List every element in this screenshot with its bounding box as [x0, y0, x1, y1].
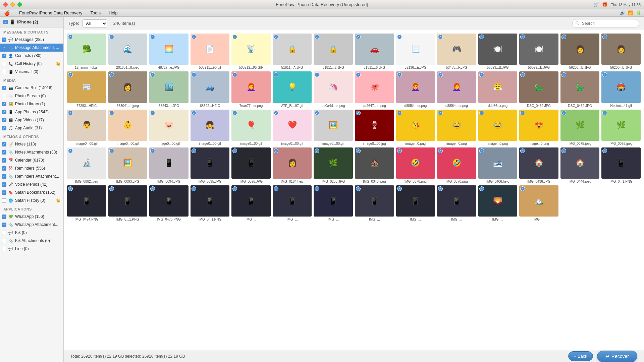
- photo-cell-28[interactable]: 🏟️ ✓ Heston...47.gif: [601, 71, 641, 107]
- photo-cell-61[interactable]: 📱 ✓ IMG_...: [231, 185, 271, 221]
- checkbox-safari-history[interactable]: [2, 198, 6, 203]
- photo-cell-17[interactable]: 🏙️ ✓ 68243...r.JPG: [149, 71, 189, 107]
- photo-cell-8[interactable]: 🚗 ✓ 51811...6.JPG: [355, 34, 394, 69]
- photo-thumb-50[interactable]: 🏚️ ✓: [355, 147, 394, 179]
- sidebar-item-app-photos[interactable]: 📱App Photos (2542): [0, 108, 63, 116]
- photo-check-23[interactable]: ✓: [397, 72, 402, 77]
- photo-thumb-63[interactable]: 📱 ✓: [314, 185, 353, 217]
- sidebar-item-notes[interactable]: 📝Notes (118): [0, 140, 63, 148]
- photo-cell-56[interactable]: 📱 ✓ IMG_0...1.PNG: [601, 147, 641, 183]
- photo-check-48[interactable]: ✓: [274, 148, 278, 153]
- photo-check-53[interactable]: ✓: [479, 148, 484, 153]
- checkbox-notes-attach[interactable]: [2, 150, 6, 155]
- photo-thumb-17[interactable]: 🏙️ ✓: [149, 71, 189, 103]
- sidebar-item-line[interactable]: 💬Line (0): [0, 245, 63, 253]
- photo-cell-20[interactable]: 💡 ✓ ATP_Bi...97.gif: [273, 71, 312, 107]
- photo-check-39[interactable]: ✓: [479, 111, 484, 115]
- checkbox-notes[interactable]: [2, 142, 6, 146]
- photo-check-38[interactable]: ✓: [438, 111, 443, 115]
- photo-thumb-20[interactable]: 💡 ✓: [273, 71, 312, 103]
- photo-cell-7[interactable]: 🔒 ✓ 51811...2.JPG: [314, 34, 353, 69]
- photo-thumb-36[interactable]: 🍷 ✓: [355, 110, 394, 141]
- photo-cell-35[interactable]: 🖼️ ✓ image0...00.gif: [314, 110, 353, 145]
- photo-cell-32[interactable]: 👧 ✓ image0...00.gif: [191, 110, 230, 145]
- photo-check-25[interactable]: ✓: [479, 72, 484, 77]
- sidebar-item-photo-stream[interactable]: ☁️Photo Stream (0): [0, 92, 63, 100]
- photo-thumb-39[interactable]: 😂 ✓: [478, 110, 518, 141]
- checkbox-calendar[interactable]: [2, 158, 6, 163]
- photo-check-20[interactable]: ✓: [274, 72, 278, 77]
- photo-thumb-54[interactable]: 🏠 ✓: [519, 147, 558, 179]
- photo-thumb-18[interactable]: 🚙 ✓: [191, 71, 230, 103]
- photo-check-18[interactable]: ✓: [192, 72, 196, 77]
- photo-cell-64[interactable]: 📱 ✓ IMG_...: [355, 185, 394, 221]
- photo-check-44[interactable]: ✓: [109, 148, 114, 153]
- photo-cell-34[interactable]: ❤️ ✓ image0...00.gif: [273, 110, 312, 145]
- photo-cell-42[interactable]: 🌿 ✓ IMG_0075.jpeg: [601, 110, 641, 145]
- photo-check-9[interactable]: ✓: [397, 35, 402, 39]
- checkbox-app-videos[interactable]: [2, 118, 6, 122]
- photo-check-33[interactable]: ✓: [232, 111, 237, 115]
- photo-thumb-26[interactable]: 🦕 ✓: [519, 71, 558, 103]
- photo-cell-1[interactable]: 🥦 ✓ 12_anim...ful.gif: [67, 34, 106, 69]
- photo-check-16[interactable]: ✓: [109, 72, 114, 77]
- photo-thumb-4[interactable]: 📄 ✓: [191, 34, 230, 65]
- photo-check-32[interactable]: ✓: [192, 111, 196, 115]
- photo-cell-5[interactable]: 📡 ✓ 505212...95.GIF: [231, 34, 271, 69]
- photo-cell-68[interactable]: 🏔️ ✓ IMG_...: [519, 185, 558, 221]
- photo-thumb-38[interactable]: 😂 ✓: [437, 110, 476, 141]
- photo-cell-40[interactable]: 😍 ✓ image...0.png: [519, 110, 558, 145]
- photo-thumb-2[interactable]: 🌊 ✓: [108, 34, 148, 65]
- photo-thumb-22[interactable]: 🐙 ✓: [355, 71, 394, 103]
- photo-cell-49[interactable]: 🌿 ✓ IMG_0235.JPG: [314, 147, 353, 183]
- photo-cell-63[interactable]: 📱 ✓ IMG_...: [314, 185, 353, 221]
- photo-check-2[interactable]: ✓: [109, 35, 114, 39]
- photo-thumb-16[interactable]: 👩 ✓: [108, 71, 148, 103]
- back-button[interactable]: « Back: [568, 351, 593, 361]
- photo-check-40[interactable]: ✓: [520, 111, 525, 115]
- photo-cell-47[interactable]: 📱 ✓ IMG_0096.JPG: [231, 147, 271, 183]
- photo-cell-45[interactable]: 📱 ✓ IMG_0094.JPG: [149, 147, 189, 183]
- photo-thumb-9[interactable]: 📃 ✓: [396, 34, 435, 65]
- photo-thumb-44[interactable]: 🖼️ ✓: [108, 147, 148, 179]
- sidebar-item-notes-attach[interactable]: 📎Notes Attachments (33): [0, 148, 63, 156]
- help-menu[interactable]: Help: [107, 10, 119, 15]
- photo-cell-62[interactable]: 📱 ✓ IMG_...: [273, 185, 312, 221]
- search-input[interactable]: [572, 19, 639, 28]
- photo-cell-11[interactable]: 🍽️ ✓ 56029...B.JPG: [478, 34, 518, 69]
- sidebar-item-app-audio[interactable]: 🎵App Audio (31): [0, 124, 63, 132]
- photo-thumb-47[interactable]: 📱 ✓: [231, 147, 271, 179]
- checkbox-whatsapp-attach[interactable]: [2, 223, 6, 227]
- photo-thumb-19[interactable]: 👩‍🦰 ✓: [231, 71, 271, 103]
- minimize-button[interactable]: [10, 2, 15, 7]
- photo-cell-51[interactable]: 🤣 ✓ IMG_0370.png: [396, 147, 435, 183]
- photo-thumb-23[interactable]: 👩‍🦰 ✓: [396, 71, 435, 103]
- photo-cell-50[interactable]: 🏚️ ✓ IMG_0343.jpeg: [355, 147, 394, 183]
- checkbox-call-history[interactable]: [2, 62, 6, 66]
- photo-cell-3[interactable]: 🌅 ✓ 48727...e.JPG: [149, 34, 189, 69]
- photo-check-67[interactable]: ✓: [479, 186, 484, 191]
- photo-cell-59[interactable]: 📱 ✓ IMG_0475.PNG: [149, 185, 189, 221]
- photo-thumb-35[interactable]: 🖼️ ✓: [314, 110, 353, 141]
- photo-check-6[interactable]: ✓: [274, 35, 278, 39]
- photo-check-52[interactable]: ✓: [438, 148, 443, 153]
- sidebar-item-reminders[interactable]: ⏰Reminders (556): [0, 164, 63, 172]
- photo-thumb-62[interactable]: 📱 ✓: [273, 185, 312, 217]
- sidebar-item-voice-memos[interactable]: 🎤Voice Memos (42): [0, 180, 63, 188]
- photo-check-11[interactable]: ✓: [479, 35, 484, 39]
- photo-check-41[interactable]: ✓: [561, 111, 566, 115]
- sidebar-item-calendar[interactable]: 📅Calendar (6173): [0, 156, 63, 164]
- photo-check-54[interactable]: ✓: [520, 148, 525, 153]
- photo-thumb-57[interactable]: 📱 ✓: [67, 185, 106, 217]
- photo-check-51[interactable]: ✓: [397, 148, 402, 153]
- photo-thumb-11[interactable]: 🍽️ ✓: [478, 34, 518, 65]
- photo-thumb-53[interactable]: 🎿 ✓: [478, 147, 518, 179]
- photo-thumb-59[interactable]: 📱 ✓: [149, 185, 189, 217]
- photo-cell-30[interactable]: 👶 ✓ image0...00.gif: [108, 110, 148, 145]
- photo-thumb-51[interactable]: 🤣 ✓: [396, 147, 435, 179]
- photo-cell-65[interactable]: 📱 ✓ IMG_...: [396, 185, 435, 221]
- photo-cell-52[interactable]: 🤣 ✓ IMG_0370.png: [437, 147, 476, 183]
- checkbox-voicemail[interactable]: [2, 70, 6, 74]
- photo-cell-48[interactable]: 👩 ✓ IMG_0164.heic: [273, 147, 312, 183]
- photo-check-42[interactable]: ✓: [602, 111, 607, 115]
